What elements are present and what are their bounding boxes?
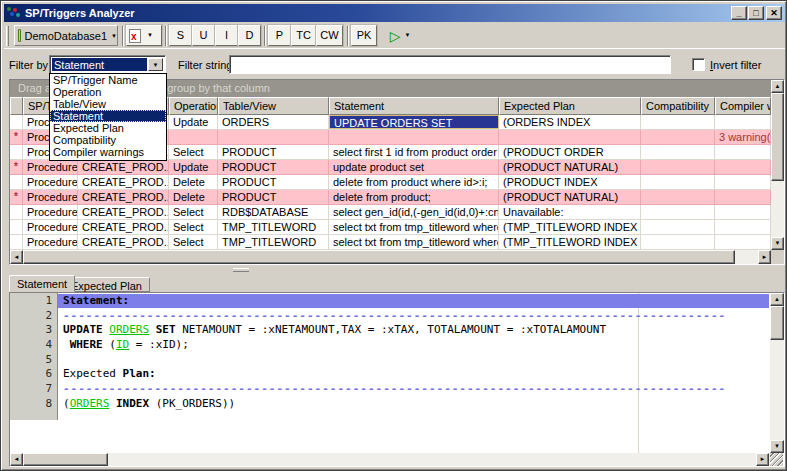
editor-vscroll-thumb[interactable]: [770, 306, 784, 340]
header-operation[interactable]: Operation: [169, 97, 218, 115]
database-selector[interactable]: DemoDatabase1 ▼: [14, 25, 118, 46]
warnings-cell[interactable]: 3 warning(s): [715, 130, 771, 144]
tab-expected-plan[interactable]: Expected Plan: [63, 277, 150, 292]
toggle-tc-button[interactable]: TC: [291, 25, 316, 46]
cell[interactable]: [715, 145, 771, 159]
header-compiler-warnings[interactable]: Compiler wa: [715, 97, 771, 115]
scroll-up-icon[interactable]: ▲: [771, 80, 784, 93]
cell[interactable]: update product set: [329, 160, 499, 174]
editor-line[interactable]: 5: [10, 353, 769, 367]
minimize-button[interactable]: _: [731, 6, 747, 20]
cell[interactable]: [715, 190, 771, 204]
cell[interactable]: (PRODUCT ORDER: [499, 145, 641, 159]
cell[interactable]: Procedure: [23, 175, 78, 189]
scroll-left-icon[interactable]: ◄: [10, 250, 23, 264]
cell[interactable]: [641, 220, 715, 234]
cell[interactable]: ORDERS: [218, 115, 329, 129]
cell[interactable]: Update: [169, 115, 218, 129]
cell[interactable]: [641, 175, 715, 189]
toggle-update-button[interactable]: U: [192, 25, 215, 46]
selected-cell[interactable]: UPDATE ORDERS SET: [329, 115, 499, 129]
cell[interactable]: [641, 130, 715, 144]
cell[interactable]: CREATE_PROD...: [78, 220, 169, 234]
cell[interactable]: Select: [169, 220, 218, 234]
combobox-dropdown-button[interactable]: ▼: [148, 58, 163, 71]
dropdown-option[interactable]: Operation: [50, 86, 166, 98]
cell[interactable]: (PRODUCT NATURAL): [499, 160, 641, 174]
cell[interactable]: Procedure: [23, 235, 78, 249]
filter-by-combobox[interactable]: Statement ▼: [49, 55, 166, 74]
table-row[interactable]: Procedure CREATE_PROD... Delete PRODUCT …: [10, 175, 771, 190]
cell[interactable]: [715, 175, 771, 189]
toolbar-grip[interactable]: [6, 26, 9, 46]
cell[interactable]: CREATE_PROD...: [78, 235, 169, 249]
cell[interactable]: [641, 235, 715, 249]
editor-line[interactable]: 3 UPDATE ORDERS SET NETAMOUNT = :xNETAMO…: [10, 323, 769, 337]
header-marker[interactable]: [10, 97, 23, 115]
run-button[interactable]: ▷ ▼: [382, 25, 418, 46]
toggle-pk-button[interactable]: PK: [351, 25, 377, 46]
editor-line[interactable]: 2 --------------------------------------…: [10, 309, 769, 323]
editor-line[interactable]: 6 Expected Plan:: [10, 367, 769, 381]
cell[interactable]: PRODUCT: [218, 190, 329, 204]
dropdown-option[interactable]: SP/Trigger Name: [50, 74, 166, 86]
cell[interactable]: [715, 115, 771, 129]
toggle-insert-button[interactable]: I: [215, 25, 238, 46]
dropdown-option[interactable]: Compatibility: [50, 134, 166, 146]
cell[interactable]: (TMP_TITLEWORD INDEX: [499, 220, 641, 234]
scroll-left-icon[interactable]: ◄: [10, 453, 23, 466]
cell[interactable]: PRODUCT: [218, 175, 329, 189]
cell[interactable]: Select: [169, 235, 218, 249]
cell[interactable]: Procedure: [23, 205, 78, 219]
table-row[interactable]: * Procedure CREATE_PROD... Update PRODUC…: [10, 160, 771, 175]
tab-statement[interactable]: Statement: [9, 275, 75, 292]
cell[interactable]: [641, 115, 715, 129]
scroll-right-icon[interactable]: ►: [756, 453, 769, 466]
cell[interactable]: Unavailable:: [499, 205, 641, 219]
toggle-cw-button[interactable]: CW: [316, 25, 343, 46]
cell[interactable]: [169, 130, 218, 144]
editor-horizontal-scrollbar[interactable]: [10, 453, 770, 466]
cell[interactable]: delete from product where id>:i;: [329, 175, 499, 189]
cell[interactable]: Delete: [169, 190, 218, 204]
cell[interactable]: [715, 220, 771, 234]
cell[interactable]: [641, 205, 715, 219]
export-button[interactable]: x ▼: [126, 25, 162, 46]
cell[interactable]: select txt from tmp_titleword where: [329, 235, 499, 249]
header-compatibility[interactable]: Compatibility: [641, 97, 715, 115]
table-row[interactable]: Procedure CREATE_PROD... Select TMP_TITL…: [10, 235, 771, 250]
cell[interactable]: [641, 145, 715, 159]
cell[interactable]: [715, 235, 771, 249]
cell[interactable]: [641, 190, 715, 204]
cell[interactable]: delete from product;: [329, 190, 499, 204]
table-row[interactable]: * Procedure CREATE_PROD... Delete PRODUC…: [10, 190, 771, 205]
editor-line[interactable]: 1 Statement:: [10, 294, 769, 308]
cell[interactable]: PRODUCT: [218, 145, 329, 159]
scroll-right-icon[interactable]: ►: [758, 250, 771, 264]
header-expected-plan[interactable]: Expected Plan: [499, 97, 641, 115]
toggle-delete-button[interactable]: D: [238, 25, 261, 46]
cell[interactable]: CREATE_PROD...: [78, 175, 169, 189]
table-row[interactable]: Procedure CREATE_PROD... Select TMP_TITL…: [10, 220, 771, 235]
filter-string-input[interactable]: [229, 55, 671, 74]
cell[interactable]: [499, 130, 641, 144]
cell[interactable]: TMP_TITLEWORD: [218, 235, 329, 249]
toggle-select-button[interactable]: S: [169, 25, 192, 46]
cell[interactable]: Procedure: [23, 190, 78, 204]
cell[interactable]: [218, 130, 329, 144]
scroll-down-icon[interactable]: ▼: [770, 440, 784, 453]
cell[interactable]: [715, 160, 771, 174]
cell[interactable]: [715, 205, 771, 219]
cell[interactable]: select txt from tmp_titleword where: [329, 220, 499, 234]
statement-editor[interactable]: 1 Statement: 2 -------------------------…: [9, 292, 785, 467]
maximize-button[interactable]: □: [748, 6, 764, 20]
resize-grip[interactable]: [770, 453, 783, 466]
dropdown-option-selected[interactable]: Statement: [50, 110, 166, 122]
cell[interactable]: Delete: [169, 175, 218, 189]
dropdown-option[interactable]: Compiler warnings: [50, 146, 166, 158]
cell[interactable]: Update: [169, 160, 218, 174]
dropdown-option[interactable]: Table/View: [50, 98, 166, 110]
grid-hscroll-thumb[interactable]: [23, 250, 735, 264]
splitter-handle[interactable]: [233, 268, 249, 272]
cell[interactable]: (TMP_TITLEWORD INDEX: [499, 235, 641, 249]
